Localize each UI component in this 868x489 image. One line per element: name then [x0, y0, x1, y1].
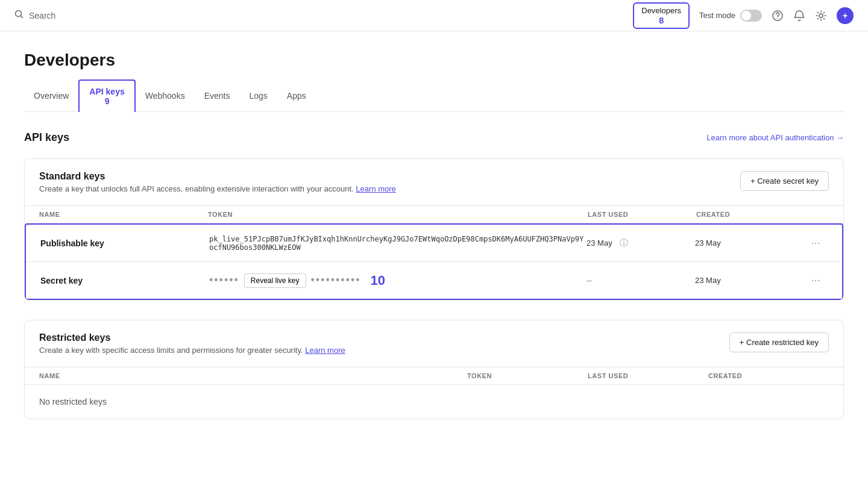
standard-keys-description: Create a key that unlocks full API acces… — [39, 184, 396, 193]
publishable-key-more-button[interactable]: ··· — [804, 234, 828, 252]
topnav: Search Developers 8 Test mode — [0, 0, 868, 31]
standard-keys-card: Standard keys Create a key that unlocks … — [24, 158, 844, 301]
publishable-key-created: 23 May — [695, 238, 804, 248]
help-icon[interactable] — [772, 10, 784, 22]
secret-key-name: Secret key — [40, 276, 209, 285]
standard-keys-title: Standard keys — [39, 171, 396, 182]
restricted-keys-title: Restricted keys — [39, 332, 345, 343]
secret-key-token-masked: •••••• Reveal live key •••••••••• 10 — [209, 273, 587, 288]
restricted-keys-info: Restricted keys Create a key with specif… — [39, 332, 345, 355]
tab-apps[interactable]: Apps — [277, 79, 316, 111]
api-keys-section-header: API keys Learn more about API authentica… — [24, 131, 844, 144]
tab-api-keys-count: 9 — [89, 96, 124, 106]
standard-keys-table-header: NAME TOKEN LAST USED CREATED — [25, 206, 843, 223]
r-col-last-used: LAST USED — [588, 372, 708, 379]
avatar[interactable]: + — [837, 7, 854, 24]
restricted-keys-learn-link[interactable]: Learn more — [305, 346, 345, 355]
test-mode-toggle[interactable]: Test mode — [699, 10, 762, 22]
test-mode-label: Test mode — [699, 11, 735, 20]
secret-key-more-button[interactable]: ··· — [804, 272, 828, 289]
toggle-switch[interactable] — [740, 10, 762, 22]
svg-point-3 — [777, 17, 778, 19]
create-restricted-key-button[interactable]: + Create restricted key — [729, 332, 829, 352]
r-col-name: NAME — [39, 372, 467, 379]
col-last-used: LAST USED — [588, 211, 696, 218]
table-row: Publishable key pk_live_51PJcpB07umJfKJy… — [26, 225, 842, 262]
r-col-token: TOKEN — [467, 372, 588, 379]
table-row: Secret key •••••• Reveal live key ••••••… — [26, 262, 842, 299]
tabs: Overview API keys9 Webhooks Events Logs … — [24, 79, 844, 112]
developers-badge-label: Developers — [641, 6, 681, 15]
reveal-live-key-button[interactable]: Reveal live key — [244, 273, 306, 288]
tab-webhooks[interactable]: Webhooks — [136, 79, 195, 111]
standard-keys-header: Standard keys Create a key that unlocks … — [25, 159, 843, 206]
settings-icon[interactable] — [815, 10, 827, 22]
secret-key-last-used: – — [587, 275, 695, 286]
masked-dots-left: •••••• — [209, 274, 239, 287]
svg-point-0 — [16, 11, 22, 17]
restricted-keys-header: Restricted keys Create a key with specif… — [25, 320, 843, 367]
standard-keys-info: Standard keys Create a key that unlocks … — [39, 171, 396, 193]
topnav-right: Developers 8 Test mode — [633, 2, 854, 29]
tab-logs[interactable]: Logs — [239, 79, 277, 111]
tab-events[interactable]: Events — [195, 79, 240, 111]
tab-overview[interactable]: Overview — [24, 79, 78, 111]
publishable-key-last-used: 23 May ⓘ — [587, 238, 695, 249]
secret-key-created: 23 May — [695, 276, 804, 285]
api-keys-title: API keys — [24, 131, 69, 144]
main-content: Developers Overview API keys9 Webhooks E… — [0, 31, 868, 458]
create-secret-key-button[interactable]: + Create secret key — [740, 171, 829, 191]
standard-keys-learn-link[interactable]: Learn more — [356, 184, 395, 193]
search-label: Search — [29, 11, 55, 20]
col-token: TOKEN — [208, 211, 588, 218]
col-created: CREATED — [696, 211, 805, 218]
restricted-keys-table-header: NAME TOKEN LAST USED CREATED — [25, 367, 843, 385]
r-col-created: CREATED — [708, 372, 829, 379]
search-bar[interactable]: Search — [14, 10, 55, 21]
restricted-keys-card: Restricted keys Create a key with specif… — [24, 320, 844, 419]
restricted-keys-description: Create a key with specific access limits… — [39, 346, 345, 355]
search-icon — [14, 10, 24, 21]
bell-icon[interactable] — [793, 10, 805, 22]
developers-badge[interactable]: Developers 8 — [633, 2, 690, 29]
tab-api-keys[interactable]: API keys9 — [78, 79, 135, 112]
publishable-key-token: pk_live_51PJcpB07umJfKJyBIxqh1hKnnUrchey… — [209, 235, 587, 252]
standard-keys-selected-rows: Publishable key pk_live_51PJcpB07umJfKJy… — [25, 223, 843, 300]
page-title: Developers — [24, 51, 844, 70]
developers-badge-count: 8 — [641, 15, 681, 25]
col-name: NAME — [39, 211, 208, 218]
info-icon[interactable]: ⓘ — [620, 238, 628, 249]
masked-dots-right: •••••••••• — [311, 274, 361, 287]
svg-point-4 — [819, 14, 823, 17]
key-badge-num: 10 — [371, 273, 385, 288]
no-restricted-keys-message: No restricted keys — [25, 385, 843, 419]
svg-line-1 — [21, 16, 24, 19]
api-auth-learn-link[interactable]: Learn more about API authentication → — [706, 133, 844, 142]
publishable-key-name: Publishable key — [40, 238, 209, 248]
